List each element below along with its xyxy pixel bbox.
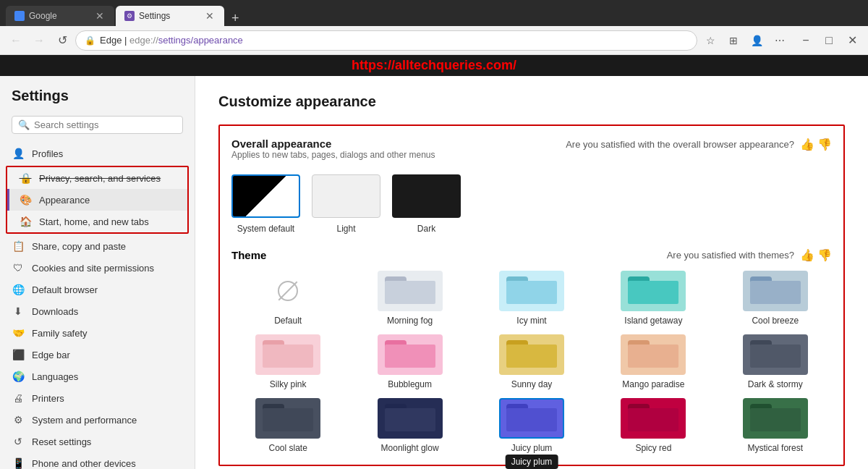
folder-body xyxy=(506,281,557,304)
theme-cool-breeze-preview xyxy=(743,271,808,311)
languages-icon: 🌍 xyxy=(12,371,25,382)
theme-juicy-plum-preview xyxy=(499,398,564,439)
sidebar-item-label: Cookies and site permissions xyxy=(32,263,154,274)
theme-morning-fog-preview xyxy=(378,271,443,311)
theme-item-icy-mint[interactable]: Icy mint xyxy=(475,271,588,326)
minimize-button[interactable]: − xyxy=(796,30,816,51)
theme-item-cool-slate[interactable]: Cool slate xyxy=(231,398,344,453)
profile-button[interactable]: 👤 xyxy=(746,30,767,51)
overall-feedback-icons: 👍 👎 xyxy=(800,138,832,151)
theme-dark-stormy-preview xyxy=(743,334,808,375)
theme-spicy-red-label: Spicy red xyxy=(635,443,671,453)
promo-text: https://alltechqueries.com/ xyxy=(352,58,516,72)
theme-feedback-icons: 👍 👎 xyxy=(800,248,832,262)
theme-island-getaway-preview xyxy=(621,271,686,311)
refresh-button[interactable]: ↺ xyxy=(52,30,72,51)
theme-item-morning-fog[interactable]: Morning fog xyxy=(353,271,466,326)
theme-sunny-day-label: Sunny day xyxy=(511,379,553,389)
thumbs-up-icon[interactable]: 👍 xyxy=(800,138,814,151)
address-bar[interactable]: 🔒 Edge | edge://settings/appearance xyxy=(75,30,697,51)
thumbs-down-icon[interactable]: 👎 xyxy=(817,138,832,151)
theme-mango-paradise-preview xyxy=(621,334,686,375)
theme-item-sunny-day[interactable]: Sunny day xyxy=(475,334,588,389)
theme-item-mango-paradise[interactable]: Mango paradise xyxy=(597,334,710,389)
sidebar-item-family[interactable]: 🤝 Family safety xyxy=(0,322,195,344)
tab-google-close[interactable]: ✕ xyxy=(94,10,106,22)
more-button[interactable]: ⋯ xyxy=(770,30,790,51)
theme-cool-slate-label: Cool slate xyxy=(269,443,307,453)
default-browser-icon: 🌐 xyxy=(12,284,25,295)
new-tab-button[interactable]: + xyxy=(226,11,245,26)
appearance-options: System default Light Dark xyxy=(231,174,832,234)
phone-icon: 📱 xyxy=(12,457,25,469)
settings-favicon: ⚙ xyxy=(124,11,135,21)
cookies-icon: 🛡 xyxy=(12,262,25,274)
theme-item-island-getaway[interactable]: Island getaway xyxy=(597,271,710,326)
maximize-button[interactable]: □ xyxy=(819,30,839,51)
forward-button[interactable]: → xyxy=(29,30,49,51)
sidebar-item-share[interactable]: 📋 Share, copy and paste xyxy=(0,235,195,257)
sidebar-item-reset[interactable]: ↺ Reset settings xyxy=(0,431,195,452)
theme-item-dark-stormy[interactable]: Dark & stormy xyxy=(719,334,832,389)
search-box[interactable]: 🔍 xyxy=(12,116,183,134)
theme-item-juicy-plum[interactable]: Juicy plum Juicy plum xyxy=(475,398,588,453)
sidebar-item-default-browser[interactable]: 🌐 Default browser xyxy=(0,279,195,300)
sidebar-item-languages[interactable]: 🌍 Languages xyxy=(0,366,195,387)
sidebar-item-label: Family safety xyxy=(32,328,88,339)
favorites-button[interactable]: ☆ xyxy=(700,30,720,51)
sidebar-item-edge-bar[interactable]: ⬛ Edge bar xyxy=(0,344,195,366)
sidebar-item-downloads[interactable]: ⬇ Downloads xyxy=(0,300,195,322)
theme-item-cool-breeze[interactable]: Cool breeze xyxy=(719,271,832,326)
theme-item-moonlight-glow[interactable]: Moonlight glow xyxy=(353,398,466,453)
sidebar-item-start-home[interactable]: 🏠 Start, home, and new tabs xyxy=(7,211,187,232)
theme-thumbs-up-icon[interactable]: 👍 xyxy=(800,248,814,262)
theme-item-mystical-forest[interactable]: Mystical forest xyxy=(719,398,832,453)
appearance-dark[interactable]: Dark xyxy=(392,174,461,234)
system-icon: ⚙ xyxy=(12,414,25,426)
tab-settings[interactable]: ⚙ Settings ✕ xyxy=(116,6,224,26)
address-url-purple: settings/appearance xyxy=(158,35,243,46)
collections-button[interactable]: ⊞ xyxy=(723,30,744,51)
tab-settings-title: Settings xyxy=(139,11,200,21)
theme-bubblegum-label: Bubblegum xyxy=(388,379,432,389)
juicy-plum-tooltip: Juicy plum xyxy=(506,455,558,469)
folder-body xyxy=(506,345,557,368)
overall-appearance-actions: Are you satisfied with the overall brows… xyxy=(566,138,832,151)
appearance-system-default[interactable]: System default xyxy=(231,174,300,234)
theme-cool-slate-preview xyxy=(255,398,320,439)
folder-body xyxy=(628,408,678,431)
theme-item-default[interactable]: Default xyxy=(231,271,344,326)
tab-settings-close[interactable]: ✕ xyxy=(204,10,216,22)
sidebar-item-system[interactable]: ⚙ System and performance xyxy=(0,409,195,431)
tab-google[interactable]: Google ✕ xyxy=(6,6,114,26)
sidebar-item-printers[interactable]: 🖨 Printers xyxy=(0,387,195,409)
folder-body xyxy=(385,345,435,368)
sidebar-item-label: Reset settings xyxy=(32,436,91,447)
theme-thumbs-down-icon[interactable]: 👎 xyxy=(817,248,832,262)
sidebar-item-cookies[interactable]: 🛡 Cookies and site permissions xyxy=(0,257,195,279)
back-button[interactable]: ← xyxy=(6,30,26,51)
close-button[interactable]: ✕ xyxy=(842,30,862,51)
sidebar-item-profiles[interactable]: 👤 Profiles xyxy=(0,143,195,164)
sidebar-item-privacy[interactable]: 🔒 Privacy, search, and services xyxy=(7,167,187,189)
family-icon: 🤝 xyxy=(12,327,25,339)
search-input[interactable] xyxy=(34,119,176,130)
theme-moonlight-glow-preview xyxy=(378,398,443,439)
start-home-icon: 🏠 xyxy=(19,216,32,227)
theme-title: Theme xyxy=(231,249,266,261)
theme-item-spicy-red[interactable]: Spicy red xyxy=(597,398,710,453)
theme-silky-pink-preview xyxy=(255,334,320,375)
address-icon: 🔒 xyxy=(85,35,95,46)
theme-item-silky-pink[interactable]: Silky pink xyxy=(231,334,344,389)
sidebar-item-phone[interactable]: 📱 Phone and other devices xyxy=(0,452,195,469)
printers-icon: 🖨 xyxy=(12,392,25,404)
folder-body xyxy=(263,345,313,368)
theme-item-bubblegum[interactable]: Bubblegum xyxy=(353,334,466,389)
sidebar-item-label: Edge bar xyxy=(32,350,70,360)
sidebar-item-appearance[interactable]: 🎨 Appearance xyxy=(7,189,187,211)
overall-appearance-title-group: Overall appearance Applies to new tabs, … xyxy=(231,138,435,172)
theme-mystical-forest-preview xyxy=(743,398,808,439)
appearance-light[interactable]: Light xyxy=(312,174,380,234)
folder-body xyxy=(263,408,313,431)
edge-label: Edge xyxy=(100,35,122,46)
